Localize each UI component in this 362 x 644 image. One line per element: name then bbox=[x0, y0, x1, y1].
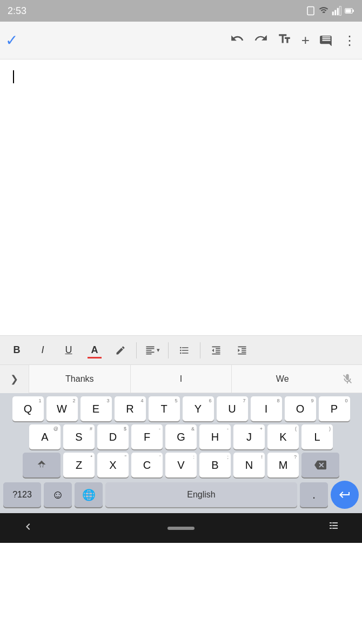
key-d[interactable]: $D bbox=[97, 424, 129, 449]
list-button[interactable] bbox=[173, 340, 196, 361]
key-b[interactable]: ;B bbox=[199, 453, 231, 477]
underline-button[interactable]: U bbox=[57, 340, 80, 361]
key-x[interactable]: "X bbox=[97, 453, 129, 477]
bold-button[interactable]: B bbox=[5, 340, 28, 361]
suggestion-item-we[interactable]: We bbox=[232, 365, 333, 393]
check-button[interactable]: ✓ bbox=[5, 31, 18, 49]
suggestions-bar: ❯ Thanks I We bbox=[0, 365, 362, 393]
period-key[interactable]: . bbox=[300, 482, 328, 507]
keyboard-row-3: *Z "X 'C :V ;B !N ?M bbox=[2, 453, 360, 477]
key-o[interactable]: 9O bbox=[285, 396, 316, 421]
smiley-icon: ☺ bbox=[52, 488, 64, 502]
suggestions-list: Thanks I We bbox=[29, 365, 333, 393]
key-i[interactable]: 8I bbox=[251, 396, 282, 421]
redo-button[interactable] bbox=[254, 31, 268, 49]
add-button[interactable]: + bbox=[301, 32, 310, 49]
comment-button[interactable] bbox=[319, 32, 333, 49]
apps-button[interactable] bbox=[327, 520, 340, 536]
separator-2 bbox=[168, 342, 169, 358]
key-h[interactable]: -H bbox=[199, 424, 231, 449]
key-w[interactable]: 2W bbox=[46, 396, 78, 421]
suggestion-item-thanks[interactable]: Thanks bbox=[29, 365, 131, 393]
key-t[interactable]: 5T bbox=[149, 396, 180, 421]
enter-key[interactable] bbox=[331, 481, 359, 509]
mic-icon bbox=[341, 373, 353, 385]
keyboard-bottom-row: ?123 ☺ 🌐 English . bbox=[2, 481, 360, 509]
home-pill[interactable] bbox=[167, 527, 195, 530]
symbols-key[interactable]: ?123 bbox=[3, 482, 41, 507]
indent-icon bbox=[237, 345, 247, 356]
shift-key[interactable] bbox=[23, 453, 61, 477]
key-a[interactable]: @A bbox=[29, 424, 61, 449]
key-v[interactable]: :V bbox=[165, 453, 197, 477]
backspace-icon bbox=[314, 459, 326, 471]
shift-icon bbox=[36, 459, 48, 471]
align-button[interactable]: ▾ bbox=[141, 340, 164, 361]
tablet-icon bbox=[306, 6, 316, 16]
highlight-button[interactable] bbox=[109, 340, 132, 361]
key-c[interactable]: 'C bbox=[131, 453, 163, 477]
keyboard: 1Q 2W 3E 4R 5T 6Y 7U 8I 9O 0P @A #S $D -… bbox=[0, 393, 362, 513]
list-icon bbox=[179, 345, 190, 356]
back-icon bbox=[22, 520, 35, 533]
english-language-key[interactable]: English bbox=[105, 482, 297, 507]
back-button[interactable] bbox=[22, 520, 35, 536]
signal-icon bbox=[332, 6, 341, 16]
enter-icon bbox=[338, 488, 351, 501]
formatting-bar: B I U A ▾ bbox=[0, 335, 362, 365]
svg-rect-6 bbox=[346, 9, 351, 13]
key-l[interactable]: )L bbox=[301, 424, 333, 449]
text-format-button[interactable] bbox=[278, 32, 292, 49]
key-u[interactable]: 7U bbox=[217, 396, 248, 421]
key-f[interactable]: -F bbox=[131, 424, 163, 449]
svg-rect-1 bbox=[332, 12, 334, 16]
more-button[interactable]: ⋮ bbox=[343, 33, 357, 48]
expand-arrow-icon: ❯ bbox=[10, 373, 18, 385]
outdent-icon bbox=[211, 345, 222, 356]
language-key[interactable]: 🌐 bbox=[75, 482, 103, 507]
key-e[interactable]: 3E bbox=[81, 396, 112, 421]
emoji-key[interactable]: ☺ bbox=[44, 482, 72, 507]
globe-icon: 🌐 bbox=[82, 488, 96, 501]
svg-rect-2 bbox=[334, 10, 336, 16]
toolbar: ✓ + ⋮ bbox=[0, 22, 362, 59]
italic-button[interactable]: I bbox=[31, 340, 54, 361]
apps-icon bbox=[327, 520, 340, 533]
status-bar: 2:53 bbox=[0, 0, 362, 22]
key-z[interactable]: *Z bbox=[63, 453, 95, 477]
key-m[interactable]: ?M bbox=[267, 453, 299, 477]
keyboard-row-1: 1Q 2W 3E 4R 5T 6Y 7U 8I 9O 0P bbox=[2, 396, 360, 421]
key-s[interactable]: #S bbox=[63, 424, 95, 449]
keyboard-row-2: @A #S $D -F &G -H +J (K )L bbox=[2, 424, 360, 449]
key-q[interactable]: 1Q bbox=[12, 396, 44, 421]
key-y[interactable]: 6Y bbox=[183, 396, 214, 421]
text-cursor bbox=[13, 70, 14, 83]
wifi-icon bbox=[319, 6, 329, 16]
key-r[interactable]: 4R bbox=[115, 396, 146, 421]
align-dropdown-arrow: ▾ bbox=[157, 347, 160, 354]
key-k[interactable]: (K bbox=[267, 424, 299, 449]
mic-button[interactable] bbox=[333, 365, 362, 393]
document-area[interactable] bbox=[0, 59, 362, 335]
svg-rect-4 bbox=[339, 6, 341, 16]
key-j[interactable]: +J bbox=[233, 424, 265, 449]
undo-button[interactable] bbox=[230, 31, 244, 49]
separator-3 bbox=[200, 342, 200, 358]
key-n[interactable]: !N bbox=[233, 453, 265, 477]
key-g[interactable]: &G bbox=[165, 424, 197, 449]
key-p[interactable]: 0P bbox=[319, 396, 350, 421]
suggestion-item-i[interactable]: I bbox=[131, 365, 232, 393]
pencil-icon bbox=[115, 345, 126, 356]
color-underline bbox=[88, 357, 102, 358]
separator-1 bbox=[136, 342, 137, 358]
svg-rect-7 bbox=[353, 10, 354, 12]
suggestion-expand-button[interactable]: ❯ bbox=[0, 365, 29, 393]
svg-rect-3 bbox=[337, 8, 339, 16]
font-color-button[interactable]: A bbox=[83, 340, 106, 361]
backspace-key[interactable] bbox=[301, 453, 339, 477]
outdent-button[interactable] bbox=[205, 340, 227, 361]
battery-icon bbox=[345, 6, 354, 16]
align-icon bbox=[145, 345, 156, 356]
bottom-nav bbox=[0, 513, 362, 543]
indent-button[interactable] bbox=[231, 340, 253, 361]
